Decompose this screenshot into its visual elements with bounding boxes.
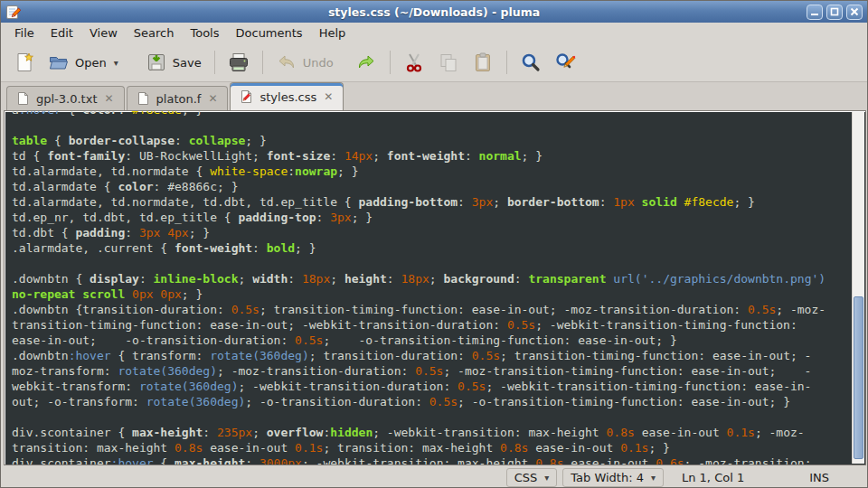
modified-document-icon [240, 89, 253, 104]
save-button[interactable]: Save [140, 48, 207, 77]
print-button[interactable] [222, 48, 255, 77]
find-button[interactable] [514, 48, 547, 77]
paste-button[interactable] [467, 48, 499, 77]
language-dropdown-label: CSS [514, 471, 538, 484]
code-line [12, 256, 851, 271]
code-line: no-repeat scroll 0px 0px; } [12, 286, 851, 302]
redo-button[interactable] [350, 48, 382, 77]
menu-file[interactable]: File [6, 24, 42, 42]
menu-edit[interactable]: Edit [42, 24, 81, 42]
code-line: td.alarmdate { color: #e8866c; } [12, 179, 851, 194]
document-icon [137, 91, 150, 106]
scrollbar-thumb[interactable] [854, 296, 863, 459]
code-line: .downbtn:hover { transform: rotate(360de… [12, 348, 851, 363]
code-line: moz-transform: rotate(360deg); -moz-tran… [12, 363, 851, 379]
paste-icon [472, 52, 494, 73]
language-dropdown[interactable]: CSS ▾ [506, 468, 558, 487]
menubar: File Edit View Search Tools Documents He… [1, 23, 867, 43]
search-icon [520, 52, 542, 73]
window-title: styles.css (~/Downloads) - pluma [1, 5, 867, 19]
open-button-label: Open [75, 56, 107, 70]
minimize-button[interactable] [807, 5, 823, 20]
tab-label: platon.f [156, 92, 202, 106]
code-line: td.alarmdate, td.normdate { white-space:… [12, 164, 851, 179]
undo-button[interactable]: Undo [270, 48, 339, 77]
code-line: div.scontainer { max-height: 235px; over… [12, 425, 851, 440]
maximize-button[interactable] [826, 5, 843, 20]
code-line: td.ep_nr, td.dbt, td.ep_title { padding-… [12, 210, 851, 225]
code-line: td { font-family: UB-RockwellLight; font… [12, 148, 851, 164]
tab-close-icon[interactable]: ✕ [104, 92, 115, 105]
code-line: td.alarmdate, td.normdate, td.dbt, td.ep… [12, 194, 851, 210]
cursor-position: Ln 1, Col 1 [682, 471, 744, 484]
tab-styles-css[interactable]: styles.css ✕ [230, 82, 344, 110]
print-icon [228, 52, 250, 73]
pluma-app-icon [5, 5, 21, 20]
tab-gpl-3-0-txt[interactable]: gpl-3.0.txt ✕ [6, 86, 125, 110]
insert-mode-indicator: INS [809, 471, 829, 484]
code-line: transition-timing-function: ease-in-out;… [12, 317, 851, 333]
tab-width-dropdown-label: Tab Width: 4 [571, 471, 644, 484]
replace-button[interactable] [549, 48, 581, 77]
toolbar-separator [506, 51, 507, 74]
tab-label: gpl-3.0.txt [36, 92, 98, 106]
save-icon [146, 52, 167, 73]
menu-tools[interactable]: Tools [182, 24, 227, 42]
open-button[interactable]: Open ▾ [42, 48, 124, 77]
chevron-down-icon: ▾ [544, 473, 549, 483]
tab-close-icon[interactable]: ✕ [207, 92, 218, 105]
code-line: td.dbt { padding: 3px 4px; } [12, 225, 851, 240]
code-line [12, 409, 851, 425]
tab-label: styles.css [259, 90, 316, 104]
tab-platon-f[interactable]: platon.f ✕ [127, 86, 229, 110]
undo-icon [276, 52, 297, 73]
menu-view[interactable]: View [81, 24, 126, 42]
code-line: a:hover { color: #f8ecde; } [12, 111, 851, 117]
code-line: .alarmdate, .current { font-weight: bold… [12, 240, 851, 256]
open-folder-icon [48, 52, 70, 73]
toolbar-separator [390, 51, 391, 74]
code-area[interactable]: a:hover { color: #f8ecde; } table { bord… [6, 111, 851, 465]
search-replace-icon [554, 52, 576, 73]
vertical-scrollbar[interactable] [852, 112, 864, 464]
tab-strip: gpl-3.0.txt ✕ platon.f ✕ [1, 82, 867, 110]
new-document-icon [14, 52, 35, 73]
code-line: div.scontainer:hover { max-height: 3000p… [12, 455, 851, 465]
undo-button-label: Undo [303, 56, 334, 70]
code-line: .downbtn {transition-duration: 0.5s; tra… [12, 302, 851, 317]
tab-width-dropdown[interactable]: Tab Width: 4 ▾ [562, 468, 664, 487]
code-line: out; -o-transform: rotate(360deg); -o-tr… [12, 394, 851, 409]
copy-button[interactable] [432, 48, 465, 77]
tab-close-icon[interactable]: ✕ [323, 90, 334, 103]
new-document-button[interactable] [8, 48, 41, 77]
chevron-down-icon: ▾ [651, 473, 656, 483]
code-line [12, 117, 851, 133]
pluma-window: styles.css (~/Downloads) - pluma File Ed… [0, 0, 868, 488]
redo-icon [355, 52, 377, 73]
cut-button[interactable] [398, 48, 430, 77]
close-button[interactable] [846, 5, 863, 20]
open-dropdown-chevron-icon[interactable]: ▾ [114, 58, 118, 68]
titlebar[interactable]: styles.css (~/Downloads) - pluma [1, 1, 867, 23]
code-line: ease-in-out; -o-transition-duration: 0.5… [12, 333, 851, 348]
statusbar: CSS ▾ Tab Width: 4 ▾ Ln 1, Col 1 INS [1, 465, 867, 488]
code-line: .downbtn { display: inline-block; width:… [12, 271, 851, 286]
text-editor[interactable]: a:hover { color: #f8ecde; } table { bord… [4, 110, 866, 465]
toolbar: Open ▾ Save [1, 43, 867, 82]
toolbar-separator [214, 51, 215, 74]
copy-icon [438, 52, 459, 73]
menu-documents[interactable]: Documents [228, 24, 311, 42]
code-line: webkit-transform: rotate(360deg); -webki… [12, 379, 851, 394]
menu-help[interactable]: Help [311, 24, 354, 42]
menu-search[interactable]: Search [126, 24, 183, 42]
toolbar-separator [262, 51, 263, 74]
code-line: transition: max-height 0.8s ease-in-out … [12, 440, 851, 455]
code-line: table { border-collapse: collapse; } [12, 133, 851, 148]
document-icon [16, 91, 30, 106]
cut-icon [403, 52, 425, 73]
save-button-label: Save [173, 56, 202, 70]
